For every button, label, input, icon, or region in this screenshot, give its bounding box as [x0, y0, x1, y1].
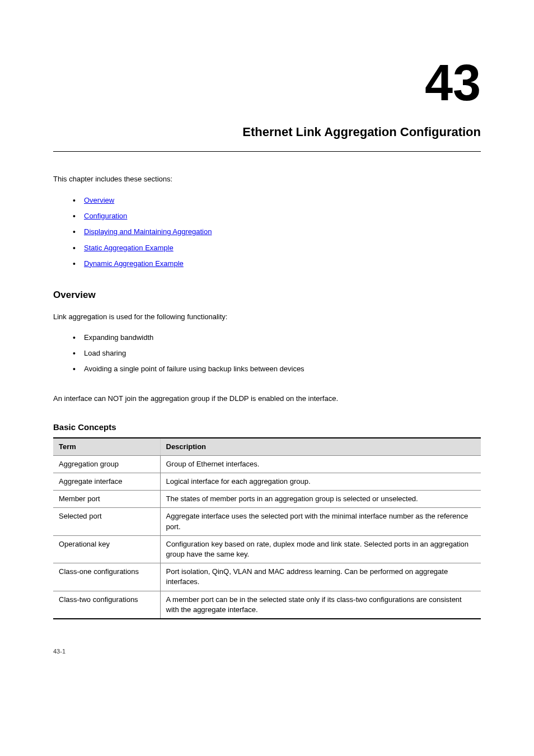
chapter-title: Ethernet Link Aggregation Configuration [53, 124, 481, 152]
table-row: Member port The states of member ports i… [53, 491, 481, 508]
table-cell-term: Aggregation group [53, 455, 160, 473]
table-cell-desc: Configuration key based on rate, duplex … [160, 535, 481, 563]
table-cell-desc: The states of member ports in an aggrega… [160, 491, 481, 508]
table-row: Aggregation group Group of Ethernet inte… [53, 455, 481, 473]
table-cell-term: Operational key [53, 535, 160, 563]
table-cell-desc: Port isolation, QinQ, VLAN and MAC addre… [160, 563, 481, 591]
table-row: Aggregate interface Logical interface fo… [53, 473, 481, 491]
table-row: Selected port Aggregate interface uses t… [53, 508, 481, 535]
note-paragraph: An interface can NOT join the aggregatio… [53, 394, 481, 404]
toc-link-configuration[interactable]: Configuration [84, 212, 127, 220]
list-item: Load sharing [84, 346, 481, 361]
table-cell-desc: Logical interface for each aggregation g… [160, 473, 481, 491]
section-heading-overview: Overview [53, 288, 481, 302]
table-row: Class-two configurations A member port c… [53, 591, 481, 619]
table-cell-desc: Group of Ethernet interfaces. [160, 455, 481, 473]
list-item: Expanding bandwidth [84, 330, 481, 346]
toc-item: Static Aggregation Example [84, 240, 481, 256]
toc-list: Overview Configuration Displaying and Ma… [53, 193, 481, 272]
table-header-description: Description [160, 438, 481, 456]
table-cell-term: Class-two configurations [53, 591, 160, 619]
list-item: Avoiding a single point of failure using… [84, 361, 481, 377]
table-cell-term: Class-one configurations [53, 563, 160, 591]
chapter-number: 43 [53, 48, 481, 118]
table-cell-term: Aggregate interface [53, 473, 160, 491]
toc-item: Overview [84, 193, 481, 208]
overview-paragraph: Link aggregation is used for the followi… [53, 312, 481, 322]
overview-list: Expanding bandwidth Load sharing Avoidin… [53, 330, 481, 377]
table-row: Operational key Configuration key based … [53, 535, 481, 563]
table-cell-term: Member port [53, 491, 160, 508]
table-header-term: Term [53, 438, 160, 456]
toc-item: Configuration [84, 208, 481, 224]
page-number: 43-1 [53, 647, 481, 656]
concepts-table: Term Description Aggregation group Group… [53, 437, 481, 619]
toc-link-dynamic-example[interactable]: Dynamic Aggregation Example [84, 259, 184, 268]
table-row: Class-one configurations Port isolation,… [53, 563, 481, 591]
toc-link-displaying[interactable]: Displaying and Maintaining Aggregation [84, 227, 212, 236]
table-cell-desc: Aggregate interface uses the selected po… [160, 508, 481, 535]
toc-link-static-example[interactable]: Static Aggregation Example [84, 244, 174, 252]
table-cell-term: Selected port [53, 508, 160, 535]
table-title: Basic Concepts [53, 421, 481, 433]
toc-intro: This chapter includes these sections: [53, 174, 481, 184]
toc-item: Displaying and Maintaining Aggregation [84, 224, 481, 240]
toc-item: Dynamic Aggregation Example [84, 256, 481, 272]
toc-link-overview[interactable]: Overview [84, 196, 114, 204]
table-cell-desc: A member port can be in the selected sta… [160, 591, 481, 619]
